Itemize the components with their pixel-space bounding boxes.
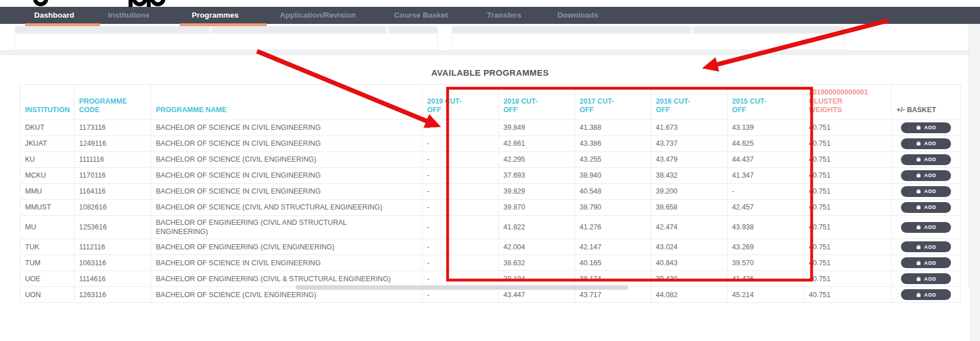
cell-cluster-weight: 40.751 — [804, 239, 892, 255]
cell-cutoff-2017: 42.147 — [575, 239, 651, 255]
cell-cluster-weight: 40.751 — [804, 183, 892, 199]
add-button-label: ADD — [924, 260, 936, 266]
cell-institution: TUK — [20, 239, 75, 255]
cell-programme-code: 1082616 — [75, 199, 151, 215]
cell-programme-name: BACHELOR OF SCIENCE IN CIVIL ENGINEERING — [151, 167, 423, 183]
basket-icon — [916, 244, 921, 250]
basket-icon — [916, 125, 921, 130]
cell-cutoff-2018: 38.632 — [499, 255, 575, 271]
cell-cutoff-2018: 39.849 — [499, 120, 575, 135]
table-row: TUK1112116BACHELOR OF ENGINEERING (CIVIL… — [20, 239, 961, 255]
panel-divider — [690, 26, 693, 34]
horizontal-scrollbar[interactable] — [296, 285, 628, 290]
cell-cutoff-2017: 38.790 — [575, 199, 651, 215]
nav-item-downloads[interactable]: Downloads — [557, 11, 598, 19]
cell-cutoff-2015: 41.347 — [727, 167, 804, 183]
cell-cutoff-2015: 41.426 — [727, 271, 804, 287]
add-to-basket-button[interactable]: ADD — [901, 289, 951, 300]
cell-institution: MCKU — [20, 167, 75, 183]
add-to-basket-button[interactable]: ADD — [901, 154, 951, 165]
cell-programme-code: 1170116 — [75, 167, 151, 183]
cell-basket-action: ADD — [892, 215, 961, 239]
add-button-label: ADD — [924, 204, 936, 210]
cell-basket-action: ADD — [892, 167, 961, 183]
add-to-basket-button[interactable]: ADD — [901, 241, 951, 252]
column-header: 2015 CUT- OFF — [727, 85, 804, 120]
cell-cutoff-2019: - — [423, 239, 499, 255]
cell-institution: UOE — [20, 271, 75, 287]
cell-programme-name: BACHELOR OF ENGINEERING (CIVIL AND STRUC… — [151, 215, 423, 239]
nav-item-application-revision[interactable]: Application/Revision — [280, 11, 356, 19]
cell-cutoff-2018: 39.829 — [499, 183, 575, 199]
cell-programme-code: 1249116 — [75, 135, 151, 151]
glyph-fragment — [150, 0, 166, 6]
add-to-basket-button[interactable]: ADD — [901, 257, 951, 268]
nav-item-transfers[interactable]: Transfers — [487, 11, 522, 19]
column-header: PROGRAMME NAME — [151, 85, 423, 120]
nav-item-programmes[interactable]: Programmes — [192, 11, 239, 19]
cell-cutoff-2019: - — [423, 167, 499, 183]
basket-icon — [916, 276, 921, 282]
cell-cutoff-2019: - — [423, 135, 499, 151]
table-row: TUM1063116BACHELOR OF SCIENCE IN CIVIL E… — [20, 255, 961, 271]
basket-icon — [916, 292, 921, 298]
cell-cutoff-2015: 44.625 — [727, 135, 804, 151]
cell-cutoff-2016: 39.430 — [651, 271, 727, 287]
table-row: MU1253616BACHELOR OF ENGINEERING (CIVIL … — [20, 215, 961, 239]
nav-item-course-basket[interactable]: Course Basket — [394, 11, 448, 19]
add-to-basket-button[interactable]: ADD — [901, 186, 951, 197]
cell-basket-action: ADD — [892, 271, 961, 287]
cell-cluster-weight: 40.751 — [804, 199, 892, 215]
column-header: 2019 CUT- OFF — [423, 85, 499, 120]
table-row: KU1111116BACHELOR OF SCIENCE (CIVIL ENGI… — [20, 151, 961, 167]
cell-cutoff-2015: 42.457 — [727, 199, 804, 215]
cell-cutoff-2019: - — [423, 215, 499, 239]
add-to-basket-button[interactable]: ADD — [901, 170, 951, 181]
cell-cutoff-2017: 43.255 — [575, 151, 651, 167]
column-header: 2016 CUT- OFF — [651, 85, 727, 120]
column-header: +/- BASKET — [892, 85, 961, 120]
cell-programme-name: BACHELOR OF ENGINEERING (CIVIL ENGINEERI… — [151, 239, 423, 255]
add-to-basket-button[interactable]: ADD — [901, 122, 951, 133]
table-row: MMUST1082616BACHELOR OF SCIENCE (CIVIL A… — [20, 199, 961, 215]
cell-institution: DKUT — [20, 120, 75, 135]
cell-programme-code: 1263116 — [75, 287, 151, 303]
cell-institution: JKUAT — [20, 135, 75, 151]
vertical-scrollbar-track[interactable] — [970, 24, 980, 341]
cell-cutoff-2015: 44.437 — [727, 151, 804, 167]
add-to-basket-button[interactable]: ADD — [901, 222, 951, 233]
cell-basket-action: ADD — [892, 239, 961, 255]
cell-cutoff-2018: 37.693 — [499, 167, 575, 183]
cell-cutoff-2015: 45.214 — [727, 287, 804, 303]
cell-basket-action: ADD — [892, 183, 961, 199]
add-button-label: ADD — [924, 276, 936, 282]
nav-item-institutions[interactable]: Institutions — [108, 11, 150, 19]
cell-cutoff-2016: 38.432 — [651, 167, 727, 183]
cell-programme-code: 1112116 — [75, 239, 151, 255]
cell-cutoff-2016: 38.658 — [651, 199, 727, 215]
cell-basket-action: ADD — [892, 151, 961, 167]
cell-programme-code: 1111116 — [75, 151, 151, 167]
basket-icon — [916, 224, 921, 230]
cell-cluster-weight: 40.751 — [804, 120, 892, 135]
add-to-basket-button[interactable]: ADD — [901, 202, 951, 213]
cell-cutoff-2017: 43.386 — [575, 135, 651, 151]
cell-cutoff-2016: 43.024 — [651, 239, 727, 255]
panel-divider — [209, 26, 212, 34]
cell-cluster-weight: 40.751 — [804, 151, 892, 167]
basket-icon — [916, 188, 921, 194]
basket-icon — [916, 172, 921, 178]
cell-institution: MU — [20, 215, 75, 239]
nav-item-dashboard[interactable]: Dashboard — [34, 11, 75, 19]
cell-programme-name: BACHELOR OF SCIENCE IN CIVIL ENGINEERING — [151, 135, 423, 151]
cell-institution: KU — [20, 151, 75, 167]
add-to-basket-button[interactable]: ADD — [901, 273, 951, 284]
add-to-basket-button[interactable]: ADD — [901, 138, 951, 149]
cell-cutoff-2015: 43.139 — [727, 120, 804, 135]
cell-cutoff-2016: 39.200 — [651, 183, 727, 199]
cell-cutoff-2015: - — [727, 183, 804, 199]
cell-cutoff-2017: 38.174 — [575, 271, 651, 287]
cell-programme-code: 1173116 — [75, 120, 151, 135]
table-row: UOE1114616BACHELOR OF ENGINEERING (CIVIL… — [20, 271, 961, 287]
partial-panel-right — [452, 26, 844, 50]
